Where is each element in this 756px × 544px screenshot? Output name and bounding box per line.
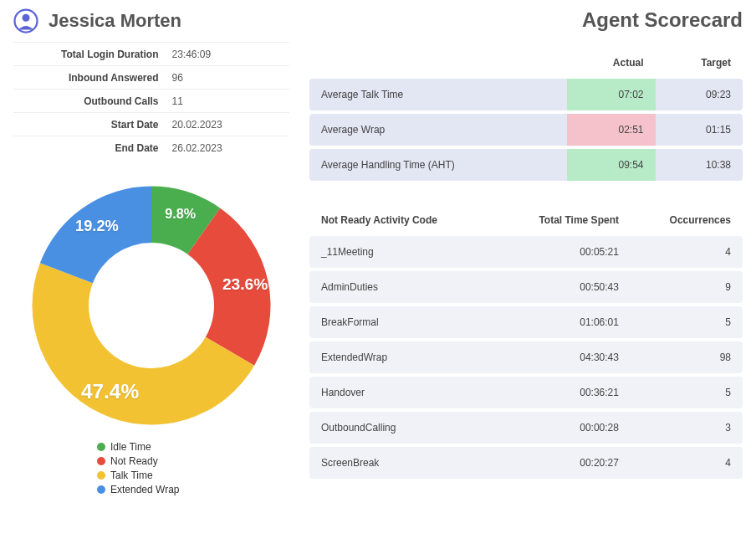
metrics-actual: 02:51 <box>567 114 656 146</box>
donut-chart: 9.8%23.6%47.4%19.2% <box>26 180 277 431</box>
metrics-header-row: Actual Target <box>309 50 743 75</box>
summary-table: Total Login Duration23:46:09Inbound Answ… <box>13 42 289 160</box>
summary-row: Start Date20.02.2023 <box>13 113 289 136</box>
left-column: Jessica Morten Total Login Duration23:46… <box>13 8 289 498</box>
activity-row: ScreenBreak00:20:274 <box>309 447 743 479</box>
activity-time: 00:05:21 <box>494 236 631 268</box>
summary-value: 11 <box>166 90 290 113</box>
activity-header-occ: Occurrences <box>631 208 743 233</box>
activity-header-code: Not Ready Activity Code <box>309 208 494 233</box>
metrics-header-actual: Actual <box>567 50 656 75</box>
activity-occ: 5 <box>631 306 743 338</box>
legend-label: Idle Time <box>110 441 151 453</box>
legend-item: Not Ready <box>97 455 289 467</box>
metrics-row: Average Talk Time07:0209:23 <box>309 79 743 110</box>
summary-label: Outbound Calls <box>13 90 166 113</box>
metrics-actual: 09:54 <box>567 149 656 181</box>
legend-item: Talk Time <box>97 470 289 481</box>
activity-code: ExtendedWrap <box>309 341 494 373</box>
activity-row: ExtendedWrap04:30:4398 <box>309 341 743 373</box>
activity-occ: 3 <box>631 412 743 444</box>
summary-label: Inbound Answered <box>13 66 166 90</box>
metrics-header-target: Target <box>656 50 743 75</box>
activity-code: BreakFormal <box>309 306 494 338</box>
activity-occ: 5 <box>631 377 743 408</box>
legend-label: Extended Wrap <box>110 484 180 495</box>
activity-row: BreakFormal01:06:015 <box>309 306 743 338</box>
activity-time: 00:00:28 <box>494 412 631 444</box>
activity-code: Handover <box>309 377 494 408</box>
activity-code: AdminDuties <box>309 271 494 303</box>
metrics-table: Actual Target Average Talk Time07:0209:2… <box>309 47 743 184</box>
summary-row: Outbound Calls11 <box>13 90 289 113</box>
metrics-label: Average Wrap <box>309 114 567 146</box>
summary-label: Total Login Duration <box>13 43 166 66</box>
legend-item: Idle Time <box>97 441 289 453</box>
summary-value: 26.02.2023 <box>166 136 290 160</box>
summary-label: Start Date <box>13 113 166 136</box>
activity-header-row: Not Ready Activity Code Total Time Spent… <box>309 208 743 233</box>
metrics-target: 10:38 <box>656 149 743 181</box>
layout: Jessica Morten Total Login Duration23:46… <box>13 8 743 498</box>
summary-row: End Date26.02.2023 <box>13 136 289 160</box>
activity-row: Handover00:36:215 <box>309 377 743 408</box>
metrics-header-metric <box>309 50 567 75</box>
activity-occ: 98 <box>631 341 743 373</box>
legend-swatch <box>97 443 105 451</box>
activity-time: 00:20:27 <box>494 447 631 479</box>
summary-value: 20.02.2023 <box>166 113 290 136</box>
metrics-label: Average Handling Time (AHT) <box>309 149 567 181</box>
activity-time: 00:50:43 <box>494 271 631 303</box>
svg-point-1 <box>23 14 30 22</box>
activity-code: ScreenBreak <box>309 447 494 479</box>
agent-header: Jessica Morten <box>13 8 289 33</box>
legend-item: Extended Wrap <box>97 484 289 495</box>
activity-time: 04:30:43 <box>494 341 631 373</box>
legend-swatch <box>97 457 105 465</box>
activity-time: 00:36:21 <box>494 377 631 408</box>
page-title: Agent Scorecard <box>309 8 743 32</box>
summary-label: End Date <box>13 136 166 160</box>
activity-time: 01:06:01 <box>494 306 631 338</box>
chart-legend: Idle TimeNot ReadyTalk TimeExtended Wrap <box>97 441 289 495</box>
activity-code: OutboundCalling <box>309 412 494 444</box>
legend-label: Talk Time <box>110 470 153 481</box>
agent-name: Jessica Morten <box>49 10 181 32</box>
donut-slice <box>40 186 151 283</box>
activity-occ: 9 <box>631 271 743 303</box>
metrics-row: Average Wrap02:5101:15 <box>309 114 743 146</box>
metrics-row: Average Handling Time (AHT)09:5410:38 <box>309 149 743 181</box>
activity-table: Not Ready Activity Code Total Time Spent… <box>309 204 743 482</box>
summary-row: Total Login Duration23:46:09 <box>13 43 289 66</box>
activity-row: _11Meeting00:05:214 <box>309 236 743 268</box>
activity-code: _11Meeting <box>309 236 494 268</box>
summary-value: 96 <box>166 66 290 90</box>
right-column: Agent Scorecard Actual Target Average Ta… <box>309 8 743 498</box>
activity-row: AdminDuties00:50:439 <box>309 271 743 303</box>
metrics-target: 09:23 <box>656 79 743 110</box>
metrics-target: 01:15 <box>656 114 743 146</box>
activity-occ: 4 <box>631 447 743 479</box>
legend-swatch <box>97 485 105 494</box>
legend-label: Not Ready <box>110 455 158 467</box>
metrics-actual: 07:02 <box>567 79 656 110</box>
summary-row: Inbound Answered96 <box>13 66 289 90</box>
avatar-icon <box>13 8 38 33</box>
activity-header-time: Total Time Spent <box>494 208 631 233</box>
legend-swatch <box>97 471 105 480</box>
activity-row: OutboundCalling00:00:283 <box>309 412 743 444</box>
activity-occ: 4 <box>631 236 743 268</box>
summary-value: 23:46:09 <box>166 43 290 66</box>
metrics-label: Average Talk Time <box>309 79 567 110</box>
